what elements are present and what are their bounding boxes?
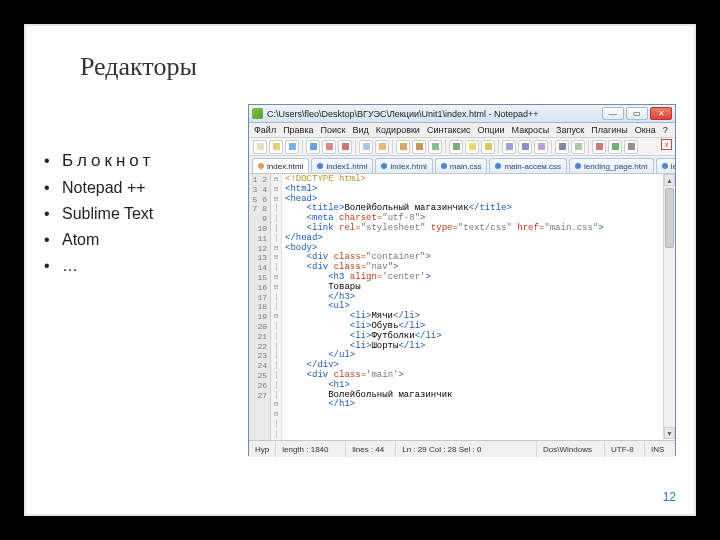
- menu-item[interactable]: Опции: [477, 125, 504, 135]
- menu-item[interactable]: Правка: [283, 125, 313, 135]
- editor-body[interactable]: 1 2 3 4 5 6 7 8 9 10 11 12 13 14 15 16 1…: [249, 174, 675, 441]
- vertical-scrollbar[interactable]: ▲ ▼: [663, 174, 675, 439]
- replace-button[interactable]: [481, 140, 495, 154]
- slide: Редакторы •Блокнот •Notepad ++ •Sublime …: [24, 24, 696, 516]
- toolbar: [249, 138, 675, 156]
- menu-item[interactable]: Запуск: [556, 125, 584, 135]
- tab-label: index.html: [390, 162, 426, 171]
- find-button[interactable]: [465, 140, 479, 154]
- minimize-button[interactable]: —: [602, 107, 624, 120]
- file-tab[interactable]: main.css: [435, 158, 488, 173]
- slide-inner: Редакторы •Блокнот •Notepad ++ •Sublime …: [26, 26, 694, 514]
- tab-label: index.html: [267, 162, 303, 171]
- macro-play-button[interactable]: [608, 140, 622, 154]
- status-language: Hyp: [249, 441, 276, 457]
- window-titlebar[interactable]: C:\Users\fleo\Desktop\ВГУЭС\Лекции\Unit1…: [249, 105, 675, 123]
- tab-label: main-ассем.css: [504, 162, 561, 171]
- menu-item[interactable]: Файл: [254, 125, 276, 135]
- tab-close-icon[interactable]: x: [661, 139, 672, 150]
- status-position: Ln : 29 Col : 28 Sel : 0: [396, 441, 537, 457]
- status-mode: INS: [645, 441, 675, 457]
- code-area[interactable]: <!DOCTYPE html><html><head> <title>Волей…: [282, 174, 675, 440]
- maximize-button[interactable]: ▭: [626, 107, 648, 120]
- cut-button[interactable]: [375, 140, 389, 154]
- status-length: length : 1840: [276, 441, 346, 457]
- macro-rec-button[interactable]: [592, 140, 606, 154]
- menu-item[interactable]: ?: [663, 125, 668, 135]
- tab-label: lending_page(1).htm: [671, 162, 675, 171]
- bullet-item: •Блокнот: [44, 148, 154, 174]
- indent-button[interactable]: [571, 140, 585, 154]
- file-tab[interactable]: main-ассем.css: [489, 158, 567, 173]
- status-eol: Dos\Windows: [537, 441, 605, 457]
- tab-label: index1.html: [326, 162, 367, 171]
- menu-item[interactable]: Вид: [353, 125, 369, 135]
- bullet-item: •Notepad ++: [44, 176, 154, 200]
- wrap-button[interactable]: [534, 140, 548, 154]
- status-bar: Hyp length : 1840 lines : 44 Ln : 29 Col…: [249, 441, 675, 457]
- copy-button[interactable]: [396, 140, 410, 154]
- undo-button[interactable]: [428, 140, 442, 154]
- slide-title: Редакторы: [80, 52, 197, 82]
- open-button[interactable]: [269, 140, 283, 154]
- file-tab[interactable]: index1.html: [311, 158, 373, 173]
- close-button[interactable]: ✕: [650, 107, 672, 120]
- save-button[interactable]: [285, 140, 299, 154]
- bullet-list: •Блокнот •Notepad ++ •Sublime Text •Atom…: [44, 148, 154, 280]
- zoom-out-button[interactable]: [518, 140, 532, 154]
- zoom-in-button[interactable]: [502, 140, 516, 154]
- show-all-button[interactable]: [555, 140, 569, 154]
- menu-item[interactable]: Плагины: [591, 125, 627, 135]
- redo-button[interactable]: [449, 140, 463, 154]
- bullet-item: •Sublime Text: [44, 202, 154, 226]
- file-tab[interactable]: lending_page(1).htm: [656, 158, 675, 173]
- save-all-button[interactable]: [306, 140, 320, 154]
- scroll-up-arrow[interactable]: ▲: [664, 174, 675, 186]
- print-button[interactable]: [359, 140, 373, 154]
- file-tab[interactable]: lending_page.htm: [569, 158, 654, 173]
- app-icon: [252, 108, 263, 119]
- status-encoding: UTF-8: [605, 441, 645, 457]
- status-lines: lines : 44: [346, 441, 396, 457]
- tab-label: main.css: [450, 162, 482, 171]
- window-title: C:\Users\fleo\Desktop\ВГУЭС\Лекции\Unit1…: [267, 109, 600, 119]
- tab-bar: index.htmlindex1.htmlindex.htmlmain.cssm…: [249, 156, 675, 174]
- notepad-plus-plus-window: C:\Users\fleo\Desktop\ВГУЭС\Лекции\Unit1…: [248, 104, 676, 456]
- new-button[interactable]: [253, 140, 267, 154]
- menu-item[interactable]: Окна: [635, 125, 656, 135]
- page-number: 12: [663, 490, 676, 504]
- menu-item[interactable]: Кодировки: [376, 125, 420, 135]
- bullet-item: •Atom: [44, 228, 154, 252]
- bullet-item: •…: [44, 254, 154, 278]
- file-tab[interactable]: index.html: [375, 158, 432, 173]
- tab-label: lending_page.htm: [584, 162, 648, 171]
- fold-gutter: ⊟ ⊟ ⊟ │ │ │ │ ⊟ ⊟ │ ⊟ ⊟ │ │ ⊟ │ │ │ │ │ …: [271, 174, 282, 440]
- close-all-button[interactable]: [338, 140, 352, 154]
- menu-item[interactable]: Поиск: [321, 125, 346, 135]
- scroll-thumb[interactable]: [665, 188, 674, 248]
- file-tab[interactable]: index.html: [252, 158, 309, 173]
- paste-button[interactable]: [412, 140, 426, 154]
- menu-bar: ФайлПравкаПоискВидКодировкиСинтаксисОпци…: [249, 123, 675, 138]
- menu-item[interactable]: Макросы: [512, 125, 550, 135]
- line-number-gutter: 1 2 3 4 5 6 7 8 9 10 11 12 13 14 15 16 1…: [249, 174, 271, 440]
- close-button[interactable]: [322, 140, 336, 154]
- scroll-down-arrow[interactable]: ▼: [664, 427, 675, 439]
- menu-item[interactable]: Синтаксис: [427, 125, 471, 135]
- macro-stop-button[interactable]: [624, 140, 638, 154]
